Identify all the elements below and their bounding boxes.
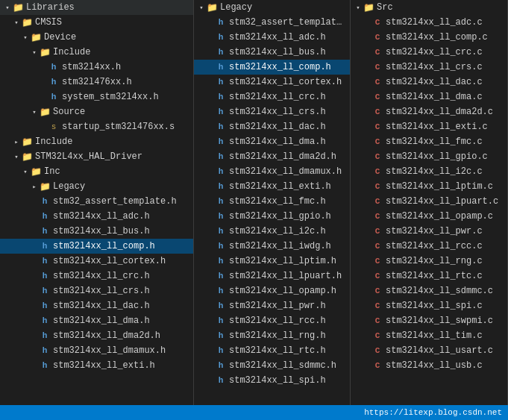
source-icon: C bbox=[371, 76, 383, 88]
tree-item-m_stm32_assert_template_h[interactable]: hstm32_assert_template.h bbox=[194, 15, 350, 30]
item-label: stm32l4xx_ll_opamp.c bbox=[386, 211, 493, 222]
right-panel[interactable]: 📁SrcCstm32l4xx_ll_adc.cCstm32l4xx_ll_com… bbox=[351, 0, 508, 405]
chevron-open[interactable] bbox=[30, 48, 39, 57]
tree-item-m_stm32l4xx_ll_bus_h[interactable]: hstm32l4xx_ll_bus.h bbox=[194, 45, 350, 60]
tree-item-stm32l4xx_ll_comp_h[interactable]: hstm32l4xx_ll_comp.h bbox=[0, 239, 193, 254]
tree-item-r_stm32l4xx_ll_dma_c[interactable]: Cstm32l4xx_ll_dma.c bbox=[351, 90, 507, 104]
tree-item-m_stm32l4xx_ll_exti_h[interactable]: hstm32l4xx_ll_exti.h bbox=[194, 179, 350, 194]
tree-item-m_stm32l4xx_ll_sdmmc_h[interactable]: hstm32l4xx_ll_sdmmc.h bbox=[194, 358, 350, 373]
tree-item-stm32l4xx_h[interactable]: hstm32l4xx.h bbox=[0, 60, 193, 75]
tree-item-m_stm32l4xx_ll_dac_h[interactable]: hstm32l4xx_ll_dac.h bbox=[194, 119, 350, 134]
header-icon: h bbox=[215, 225, 227, 237]
tree-item-m_stm32l4xx_ll_cortex_h[interactable]: hstm32l4xx_ll_cortex.h bbox=[194, 75, 350, 90]
tree-item-stm32l4xx_ll_dma2d_h[interactable]: hstm32l4xx_ll_dma2d.h bbox=[0, 328, 193, 343]
tree-item-r_stm32l4xx_ll_usb_c[interactable]: Cstm32l4xx_ll_usb.c bbox=[351, 358, 507, 373]
tree-item-m_stm32l4xx_ll_pwr_h[interactable]: hstm32l4xx_ll_pwr.h bbox=[194, 298, 350, 313]
tree-item-m_stm32l4xx_ll_lptim_h[interactable]: hstm32l4xx_ll_lptim.h bbox=[194, 254, 350, 269]
tree-item-r_stm32l4xx_ll_crs_c[interactable]: Cstm32l4xx_ll_crs.c bbox=[351, 60, 507, 75]
tree-item-device[interactable]: 📁Device bbox=[0, 30, 193, 45]
tree-item-stm32l4xx_ll_dma_h[interactable]: hstm32l4xx_ll_dma.h bbox=[0, 313, 193, 328]
middle-panel[interactable]: 📁Legacyhstm32_assert_template.hhstm32l4x… bbox=[194, 0, 351, 405]
tree-item-m_stm32l4xx_ll_dma2d_h[interactable]: hstm32l4xx_ll_dma2d.h bbox=[194, 149, 350, 164]
tree-item-m_legacy[interactable]: 📁Legacy bbox=[194, 0, 350, 15]
item-label: stm32l4xx_ll_fmc.h bbox=[229, 196, 326, 207]
tree-item-stm32l4xx_ll_bus_h[interactable]: hstm32l4xx_ll_bus.h bbox=[0, 224, 193, 239]
tree-item-r_stm32l4xx_ll_tim_c[interactable]: Cstm32l4xx_ll_tim.c bbox=[351, 328, 507, 343]
tree-item-r_stm32l4xx_ll_adc_c[interactable]: Cstm32l4xx_ll_adc.c bbox=[351, 15, 507, 30]
tree-item-m_stm32l4xx_ll_adc_h[interactable]: hstm32l4xx_ll_adc.h bbox=[194, 30, 350, 45]
tree-item-m_stm32l4xx_ll_fmc_h[interactable]: hstm32l4xx_ll_fmc.h bbox=[194, 194, 350, 209]
right-panel-header[interactable]: 📁Src bbox=[351, 0, 507, 15]
tree-item-r_stm32l4xx_ll_i2c_c[interactable]: Cstm32l4xx_ll_i2c.c bbox=[351, 164, 507, 179]
chevron-open[interactable] bbox=[21, 167, 30, 176]
tree-item-r_stm32l4xx_ll_lpuart_c[interactable]: Cstm32l4xx_ll_lpuart.c bbox=[351, 194, 507, 209]
tree-item-stm32_assert_template_h[interactable]: hstm32_assert_template.h bbox=[0, 194, 193, 209]
tree-item-r_stm32l4xx_ll_dma2d_c[interactable]: Cstm32l4xx_ll_dma2d.c bbox=[351, 104, 507, 119]
tree-item-m_stm32l4xx_ll_dmamux_h[interactable]: hstm32l4xx_ll_dmamux.h bbox=[194, 164, 350, 179]
tree-item-m_stm32l4xx_ll_crs_h[interactable]: hstm32l4xx_ll_crs.h bbox=[194, 104, 350, 119]
tree-item-stm32l4xx_hal_driver[interactable]: 📁STM32L4xx_HAL_Driver bbox=[0, 149, 193, 164]
tree-item-r_stm32l4xx_ll_lptim_c[interactable]: Cstm32l4xx_ll_lptim.c bbox=[351, 179, 507, 194]
tree-item-r_stm32l4xx_ll_swpmi_c[interactable]: Cstm32l4xx_ll_swpmi.c bbox=[351, 313, 507, 328]
no-chevron bbox=[30, 346, 39, 355]
chevron-open[interactable] bbox=[354, 3, 363, 12]
tree-item-r_stm32l4xx_ll_sdmmc_c[interactable]: Cstm32l4xx_ll_sdmmc.c bbox=[351, 283, 507, 298]
tree-item-cmsis[interactable]: 📁CMSIS bbox=[0, 15, 193, 30]
chevron-open[interactable] bbox=[3, 3, 12, 12]
item-label: stm32l4xx_ll_dma.c bbox=[386, 92, 483, 102]
tree-item-include[interactable]: 📁Include bbox=[0, 45, 193, 60]
tree-item-source[interactable]: 📁Source bbox=[0, 104, 193, 119]
tree-item-m_stm32l4xx_ll_crc_h[interactable]: hstm32l4xx_ll_crc.h bbox=[194, 90, 350, 104]
tree-item-system_stm32l4xx_h[interactable]: hsystem_stm32l4xx.h bbox=[0, 90, 193, 104]
tree-item-m_stm32l4xx_ll_iwdg_h[interactable]: hstm32l4xx_ll_iwdg.h bbox=[194, 239, 350, 254]
tree-item-stm32l4xx_ll_exti_h[interactable]: hstm32l4xx_ll_exti.h bbox=[0, 358, 193, 373]
left-panel[interactable]: 📁Libraries📁CMSIS📁Device📁Includehstm32l4x… bbox=[0, 0, 194, 405]
tree-item-r_stm32l4xx_ll_gpio_c[interactable]: Cstm32l4xx_ll_gpio.c bbox=[351, 149, 507, 164]
tree-item-r_stm32l4xx_ll_spi_c[interactable]: Cstm32l4xx_ll_spi.c bbox=[351, 298, 507, 313]
chevron-open[interactable] bbox=[12, 18, 21, 27]
tree-item-legacy[interactable]: 📁Legacy bbox=[0, 179, 193, 194]
tree-item-m_stm32l4xx_ll_rng_h[interactable]: hstm32l4xx_ll_rng.h bbox=[194, 328, 350, 343]
tree-item-stm32l4xx_ll_dac_h[interactable]: hstm32l4xx_ll_dac.h bbox=[0, 298, 193, 313]
tree-item-r_stm32l4xx_ll_crc_c[interactable]: Cstm32l4xx_ll_crc.c bbox=[351, 45, 507, 60]
tree-item-r_stm32l4xx_ll_rcc_c[interactable]: Cstm32l4xx_ll_rcc.c bbox=[351, 239, 507, 254]
tree-item-stm32l4xx_ll_adc_h[interactable]: hstm32l4xx_ll_adc.h bbox=[0, 209, 193, 224]
chevron-closed[interactable] bbox=[30, 182, 39, 191]
tree-item-r_stm32l4xx_ll_rng_c[interactable]: Cstm32l4xx_ll_rng.c bbox=[351, 254, 507, 269]
chevron-open[interactable] bbox=[197, 3, 206, 12]
tree-item-stm32l4xx_ll_crs_h[interactable]: hstm32l4xx_ll_crs.h bbox=[0, 283, 193, 298]
no-chevron bbox=[206, 137, 215, 146]
tree-item-m_stm32l4xx_ll_rtc_h[interactable]: hstm32l4xx_ll_rtc.h bbox=[194, 343, 350, 358]
source-icon: C bbox=[371, 270, 383, 282]
tree-item-stm32l476xx_h[interactable]: hstm32l476xx.h bbox=[0, 75, 193, 90]
tree-item-stm32l4xx_ll_crc_h[interactable]: hstm32l4xx_ll_crc.h bbox=[0, 269, 193, 283]
tree-item-r_stm32l4xx_ll_rtc_c[interactable]: Cstm32l4xx_ll_rtc.c bbox=[351, 269, 507, 283]
tree-item-stm32l4xx_ll_dmamux_h[interactable]: hstm32l4xx_ll_dmamux.h bbox=[0, 343, 193, 358]
item-label: stm32l4xx_ll_lptim.h bbox=[229, 256, 336, 266]
tree-item-stm32l4xx_ll_cortex_h[interactable]: hstm32l4xx_ll_cortex.h bbox=[0, 254, 193, 269]
tree-item-libraries[interactable]: 📁Libraries bbox=[0, 0, 193, 15]
tree-item-m_stm32l4xx_ll_opamp_h[interactable]: hstm32l4xx_ll_opamp.h bbox=[194, 283, 350, 298]
tree-item-r_stm32l4xx_ll_comp_c[interactable]: Cstm32l4xx_ll_comp.c bbox=[351, 30, 507, 45]
tree-item-m_stm32l4xx_ll_dma_h[interactable]: hstm32l4xx_ll_dma.h bbox=[194, 134, 350, 149]
tree-item-m_stm32l4xx_ll_i2c_h[interactable]: hstm32l4xx_ll_i2c.h bbox=[194, 224, 350, 239]
tree-item-r_stm32l4xx_ll_opamp_c[interactable]: Cstm32l4xx_ll_opamp.c bbox=[351, 209, 507, 224]
chevron-open[interactable] bbox=[30, 107, 39, 116]
tree-item-r_stm32l4xx_ll_fmc_c[interactable]: Cstm32l4xx_ll_fmc.c bbox=[351, 134, 507, 149]
tree-item-r_stm32l4xx_ll_dac_c[interactable]: Cstm32l4xx_ll_dac.c bbox=[351, 75, 507, 90]
chevron-open[interactable] bbox=[21, 33, 30, 42]
tree-item-r_stm32l4xx_ll_pwr_c[interactable]: Cstm32l4xx_ll_pwr.c bbox=[351, 224, 507, 239]
tree-item-inc[interactable]: 📁Inc bbox=[0, 164, 193, 179]
tree-item-m_stm32l4xx_ll_spi_h[interactable]: hstm32l4xx_ll_spi.h bbox=[194, 373, 350, 388]
tree-item-r_stm32l4xx_ll_exti_c[interactable]: Cstm32l4xx_ll_exti.c bbox=[351, 119, 507, 134]
chevron-open[interactable] bbox=[12, 152, 21, 161]
tree-item-include2[interactable]: 📁Include bbox=[0, 134, 193, 149]
tree-item-m_stm32l4xx_ll_rcc_h[interactable]: hstm32l4xx_ll_rcc.h bbox=[194, 313, 350, 328]
no-chevron bbox=[30, 227, 39, 236]
tree-item-m_stm32l4xx_ll_gpio_h[interactable]: hstm32l4xx_ll_gpio.h bbox=[194, 209, 350, 224]
tree-item-m_stm32l4xx_ll_lpuart_h[interactable]: hstm32l4xx_ll_lpuart.h bbox=[194, 269, 350, 283]
tree-item-r_stm32l4xx_ll_usart_c[interactable]: Cstm32l4xx_ll_usart.c bbox=[351, 343, 507, 358]
tree-item-startup_stm32l476xx_s[interactable]: sstartup_stm32l476xx.s bbox=[0, 119, 193, 134]
tree-item-m_stm32l4xx_ll_comp_h[interactable]: hstm32l4xx_ll_comp.h bbox=[194, 60, 350, 75]
chevron-closed[interactable] bbox=[12, 137, 21, 146]
